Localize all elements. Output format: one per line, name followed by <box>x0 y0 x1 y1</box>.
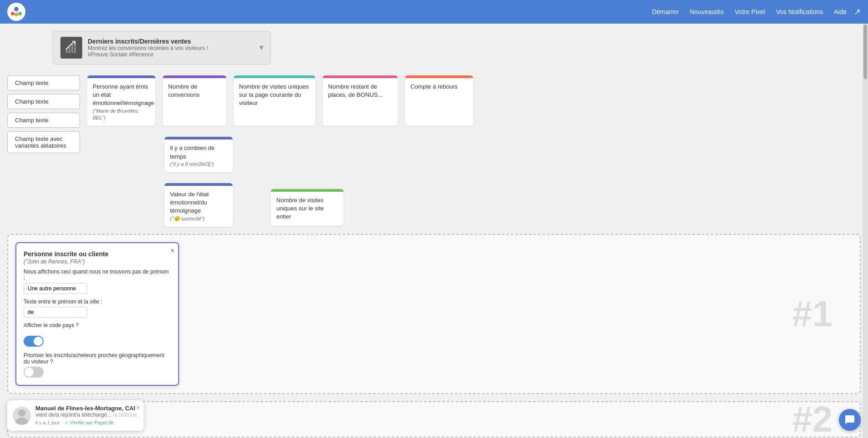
block-emotional-value-subtitle: ("😊 surexcité") <box>170 215 227 222</box>
banner-subtitle: Montrez les conversions récentes à vos v… <box>88 45 208 51</box>
colored-blocks: Personne ayant émis un état émotionnel/t… <box>87 75 861 227</box>
toast-notification: Manuel de Flines-les-Mortagne, CAI vient… <box>7 400 144 431</box>
text-fields-column: Champ texte Champ texte Champ texte Cham… <box>7 75 80 227</box>
nav-votre-pixel[interactable]: Votre Pixel <box>735 8 765 15</box>
banner-tags: #Preuve Sociale #Récence <box>88 51 208 58</box>
block-site-visits-label: Nombre de visites uniques sur le site en… <box>276 196 338 221</box>
svg-point-2 <box>18 12 22 15</box>
banner-text: Derniers inscrits/Dernières ventes Montr… <box>88 38 208 58</box>
watermark-1: #1 <box>792 293 833 335</box>
export-icon[interactable]: ↗ <box>854 7 861 17</box>
block-page-visits-label: Nombre de visites uniques sur la page co… <box>239 83 310 108</box>
banner-card[interactable]: Derniers inscrits/Dernières ventes Montr… <box>53 31 271 65</box>
svg-point-3 <box>15 13 18 16</box>
block-remaining-places[interactable]: Nombre restant de places, de BONUS... <box>323 75 398 126</box>
toast-close-button[interactable]: × <box>136 404 140 411</box>
toast-text-block: Manuel de Flines-les-Mortagne, CAI vient… <box>35 405 138 426</box>
app-logo[interactable] <box>7 3 25 21</box>
geo-toggle-knob <box>25 368 34 377</box>
toast-time: il y a 1 jour ✓ Vérifié par PageLife <box>35 418 138 426</box>
block-emotional-value-label: Valeur de l'état émotionnel/du témoignag… <box>170 190 227 215</box>
toast-truncated: /a télécha <box>113 412 137 418</box>
toast-avatar <box>13 407 31 425</box>
block-time-ago-subtitle: ("il y a 8 min/2H/3j") <box>170 161 227 168</box>
popup-close-button[interactable]: × <box>170 247 175 255</box>
block-emotional-person-subtitle: ("Marie de Bruxelles, BEL") <box>93 108 150 122</box>
block-countdown-label: Compte à rebours <box>410 83 468 91</box>
nav-vos-notifications[interactable]: Vos Notifications <box>776 8 823 15</box>
scrollbar-thumb[interactable] <box>863 25 867 79</box>
main-nav: Démarrer Nouveautés Votre Pixel Vos Noti… <box>652 8 847 15</box>
block-countdown[interactable]: Compte à rebours <box>405 75 473 126</box>
scrollbar[interactable] <box>863 24 868 438</box>
banner-title: Derniers inscrits/Dernières ventes <box>88 38 208 45</box>
popup-fallback-label: Nous affichons ceci quand nous ne trouvo… <box>24 269 171 281</box>
watermark-2: #2 <box>792 398 833 438</box>
app-header: Démarrer Nouveautés Votre Pixel Vos Noti… <box>0 0 868 24</box>
block-emotional-person[interactable]: Personne ayant émis un état émotionnel/t… <box>87 75 155 126</box>
country-code-label: Afficher le code pays ? <box>24 322 79 328</box>
nav-aide[interactable]: Aide <box>834 8 847 15</box>
text-field-1[interactable]: Champ texte <box>7 75 80 90</box>
nav-nouveautes[interactable]: Nouveautés <box>690 8 724 15</box>
popup-card: × Personne inscrite ou cliente ("John de… <box>15 242 179 386</box>
block-site-visits[interactable]: Nombre de visites uniques sur le site en… <box>271 189 344 226</box>
svg-point-1 <box>11 12 15 15</box>
popup-subtitle: ("John de Rennes, FRA") <box>24 259 171 265</box>
svg-point-0 <box>14 7 19 11</box>
nav-demarrer[interactable]: Démarrer <box>652 8 679 15</box>
block-emotional-value[interactable]: Valeur de l'état émotionnel/du témoignag… <box>165 183 233 227</box>
toast-name: Manuel de Flines-les-Mortagne, CAI <box>35 405 138 412</box>
popup-between-input[interactable] <box>24 307 87 318</box>
svg-rect-5 <box>69 47 70 53</box>
popup-title: Personne inscrite ou cliente <box>24 250 171 258</box>
toast-action: vient de/a rejoint/a téléchargé... /a té… <box>35 412 138 418</box>
toggle-knob <box>34 337 43 346</box>
svg-point-8 <box>18 409 25 417</box>
banner-arrow-icon: ▼ <box>258 44 265 52</box>
geo-label: Prioriser les inscrits/acheteurs proches… <box>24 352 171 365</box>
block-page-visits[interactable]: Nombre de visites uniques sur la page co… <box>234 75 315 126</box>
svg-point-9 <box>15 418 28 425</box>
country-code-toggle[interactable] <box>24 336 44 347</box>
block-remaining-places-label: Nombre restant de places, de BONUS... <box>328 83 392 99</box>
text-field-3[interactable]: Champ texte <box>7 113 80 128</box>
banner-icon <box>60 37 82 59</box>
block-conversions-label: Nombre de conversions <box>168 83 221 99</box>
dashed-area-1: #1 × Personne inscrite ou cliente ("John… <box>7 234 861 394</box>
block-time-ago-label: Il y a combien de temps <box>170 144 227 160</box>
main-content: Derniers inscrits/Dernières ventes Montr… <box>0 24 868 438</box>
block-emotional-person-label: Personne ayant émis un état émotionnel/t… <box>93 83 150 108</box>
popup-fallback-input[interactable] <box>24 283 87 294</box>
block-conversions[interactable]: Nombre de conversions <box>163 75 226 126</box>
country-code-toggle-row: Afficher le code pays ? <box>24 322 171 330</box>
block-time-ago[interactable]: Il y a combien de temps ("il y a 8 min/2… <box>165 137 233 172</box>
chat-button[interactable] <box>839 409 861 431</box>
svg-rect-4 <box>66 50 68 53</box>
geo-toggle[interactable] <box>24 367 44 378</box>
text-field-2[interactable]: Champ texte <box>7 94 80 109</box>
blocks-area: Champ texte Champ texte Champ texte Cham… <box>7 75 861 227</box>
popup-between-label: Texte entre le prénom et la ville : <box>24 299 171 305</box>
text-field-4[interactable]: Champ texte avec variantes aléatoires <box>7 131 80 153</box>
svg-rect-6 <box>71 44 73 53</box>
